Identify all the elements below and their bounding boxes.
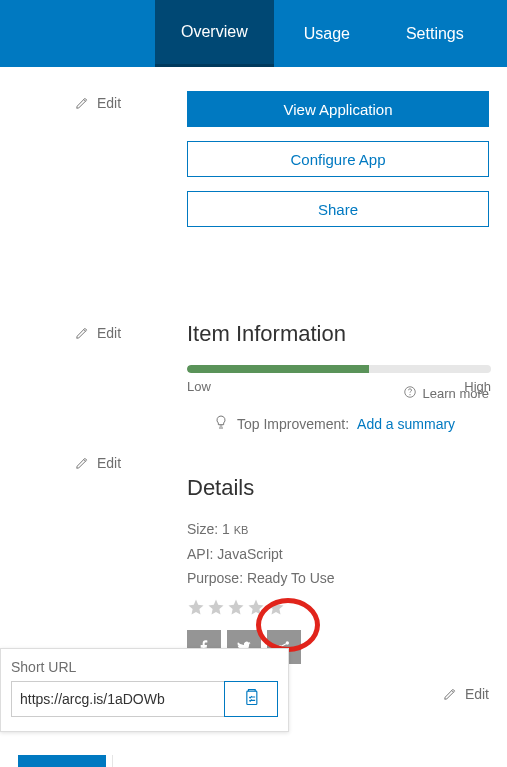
edit-action-4[interactable]: Edit	[443, 686, 489, 702]
purpose-label: Purpose:	[187, 570, 243, 586]
edit-action-3[interactable]: Edit	[15, 451, 187, 471]
footer-divider	[112, 755, 113, 767]
edit-label: Edit	[97, 325, 121, 341]
star-icon	[207, 598, 225, 616]
top-nav: Overview Usage Settings	[0, 0, 507, 67]
pencil-icon	[75, 326, 89, 340]
add-summary-link[interactable]: Add a summary	[357, 416, 455, 432]
detail-size: Size: 1 KB	[187, 517, 492, 542]
api-value: JavaScript	[217, 546, 282, 562]
item-info-title: Item Information	[187, 321, 492, 347]
purpose-value: Ready To Use	[247, 570, 335, 586]
edit-action-2[interactable]: Edit	[15, 321, 187, 341]
top-improvement-label: Top Improvement:	[237, 416, 349, 432]
edit-label: Edit	[97, 455, 121, 471]
share-button[interactable]: Share	[187, 191, 489, 227]
item-info-progress	[187, 365, 491, 373]
configure-app-button[interactable]: Configure App	[187, 141, 489, 177]
help-icon	[403, 385, 417, 402]
star-icon	[227, 598, 245, 616]
pencil-icon	[75, 456, 89, 470]
detail-purpose: Purpose: Ready To Use	[187, 566, 492, 590]
tab-usage[interactable]: Usage	[274, 0, 380, 67]
short-url-input[interactable]	[11, 681, 224, 717]
item-info-progress-fill	[187, 365, 369, 373]
size-label: Size:	[187, 521, 218, 537]
tab-overview[interactable]: Overview	[155, 0, 274, 67]
short-url-popover: Short URL	[0, 648, 289, 732]
footer-accent	[18, 755, 106, 767]
svg-rect-5	[247, 691, 257, 704]
progress-low-label: Low	[187, 379, 211, 394]
lightbulb-icon	[213, 414, 229, 433]
tab-settings[interactable]: Settings	[380, 0, 490, 67]
detail-api: API: JavaScript	[187, 542, 492, 566]
size-unit: KB	[234, 524, 249, 536]
details-title: Details	[187, 475, 492, 501]
copy-url-button[interactable]	[224, 681, 278, 717]
size-value: 1	[222, 521, 230, 537]
nav-spacer	[0, 0, 155, 67]
rating-stars[interactable]	[187, 598, 492, 616]
top-improvement: Top Improvement: Add a summary	[187, 414, 492, 433]
star-icon	[187, 598, 205, 616]
star-icon	[247, 598, 265, 616]
edit-action-1[interactable]: Edit	[15, 67, 187, 111]
star-icon	[267, 598, 285, 616]
learn-more-link[interactable]: Learn more	[403, 385, 489, 402]
learn-more-label: Learn more	[423, 386, 489, 401]
edit-label: Edit	[97, 95, 121, 111]
view-application-button[interactable]: View Application	[187, 91, 489, 127]
pencil-icon	[443, 687, 457, 701]
edit-label: Edit	[465, 686, 489, 702]
clipboard-icon	[241, 687, 261, 711]
api-label: API:	[187, 546, 213, 562]
pencil-icon	[75, 96, 89, 110]
short-url-title: Short URL	[11, 659, 278, 675]
svg-point-1	[409, 394, 410, 395]
